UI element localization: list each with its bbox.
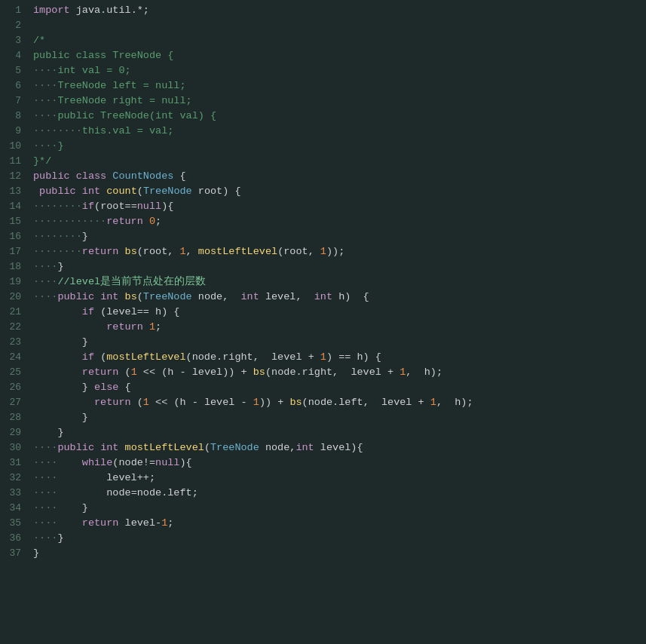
line-num-19: 19 xyxy=(6,274,21,290)
line-num-2: 2 xyxy=(6,18,21,33)
code-line-27: return (1 << (h - level - 1)) + bs(node.… xyxy=(33,395,640,410)
line-num-35: 35 xyxy=(6,516,21,531)
code-line-24: if (mostLeftLevel(node.right, level + 1)… xyxy=(33,350,640,365)
line-num-18: 18 xyxy=(6,259,21,274)
line-num-26: 26 xyxy=(6,380,21,395)
code-line-32: ···· level++; xyxy=(33,471,640,486)
line-num-17: 17 xyxy=(6,244,21,259)
code-line-37: } xyxy=(33,546,640,561)
line-num-22: 22 xyxy=(6,320,21,335)
code-line-28: } xyxy=(33,410,640,425)
code-line-36: ····} xyxy=(33,531,640,546)
code-line-34: ···· } xyxy=(33,501,640,516)
line-num-13: 13 xyxy=(6,184,21,199)
code-line-14: ········if(root==null){ xyxy=(33,199,640,214)
line-num-7: 7 xyxy=(6,94,21,109)
line-num-20: 20 xyxy=(6,290,21,305)
line-num-25: 25 xyxy=(6,365,21,380)
code-line-31: ···· while(node!=null){ xyxy=(33,455,640,471)
line-num-34: 34 xyxy=(6,501,21,516)
code-text[interactable]: import java.util.*; /* public class Tree… xyxy=(27,3,646,641)
code-line-1: import java.util.*; xyxy=(33,3,640,18)
line-num-36: 36 xyxy=(6,531,21,546)
code-line-8: ····public TreeNode(int val) { xyxy=(33,109,640,124)
code-line-23: } xyxy=(33,335,640,350)
code-line-20: ····public int bs(TreeNode node, int lev… xyxy=(33,290,640,305)
code-line-9: ········this.val = val; xyxy=(33,124,640,139)
line-numbers: 1 2 3 4 5 6 7 8 9 10 11 12 13 14 15 16 1… xyxy=(0,3,27,641)
line-num-24: 24 xyxy=(6,350,21,365)
line-num-31: 31 xyxy=(6,455,21,471)
line-num-27: 27 xyxy=(6,395,21,410)
line-num-37: 37 xyxy=(6,546,21,561)
code-line-18: ····} xyxy=(33,259,640,274)
code-line-26: } else { xyxy=(33,380,640,395)
line-num-3: 3 xyxy=(6,33,21,48)
code-line-11: }*/ xyxy=(33,154,640,169)
code-line-35: ···· return level-1; xyxy=(33,516,640,531)
code-line-30: ····public int mostLeftLevel(TreeNode no… xyxy=(33,440,640,455)
code-line-4: public class TreeNode { xyxy=(33,48,640,63)
line-num-33: 33 xyxy=(6,486,21,501)
line-num-28: 28 xyxy=(6,410,21,425)
code-line-21: if (level== h) { xyxy=(33,305,640,320)
code-line-22: return 1; xyxy=(33,320,640,335)
code-line-3: /* xyxy=(33,33,640,48)
line-num-29: 29 xyxy=(6,425,21,440)
code-line-6: ····TreeNode left = null; xyxy=(33,78,640,94)
line-num-16: 16 xyxy=(6,229,21,244)
code-line-19: ····//level是当前节点处在的层数 xyxy=(33,274,640,290)
line-num-11: 11 xyxy=(6,154,21,169)
code-line-12: public class CountNodes { xyxy=(33,169,640,184)
code-line-17: ········return bs(root, 1, mostLeftLevel… xyxy=(33,244,640,259)
code-line-33: ···· node=node.left; xyxy=(33,486,640,501)
code-line-29: } xyxy=(33,425,640,440)
line-num-4: 4 xyxy=(6,48,21,63)
code-line-25: return (1 << (h - level)) + bs(node.righ… xyxy=(33,365,640,380)
code-line-5: ····int val = 0; xyxy=(33,63,640,78)
code-line-7: ····TreeNode right = null; xyxy=(33,94,640,109)
code-line-16: ········} xyxy=(33,229,640,244)
line-num-8: 8 xyxy=(6,109,21,124)
code-line-10: ····} xyxy=(33,139,640,154)
line-num-1: 1 xyxy=(6,3,21,18)
code-line-2 xyxy=(33,18,640,33)
line-num-5: 5 xyxy=(6,63,21,78)
code-line-13: public int count(TreeNode root) { xyxy=(33,184,640,199)
line-num-14: 14 xyxy=(6,199,21,214)
line-num-9: 9 xyxy=(6,124,21,139)
line-num-12: 12 xyxy=(6,169,21,184)
line-num-10: 10 xyxy=(6,139,21,154)
line-num-21: 21 xyxy=(6,305,21,320)
line-num-15: 15 xyxy=(6,214,21,229)
line-num-30: 30 xyxy=(6,440,21,455)
line-num-6: 6 xyxy=(6,78,21,94)
line-num-23: 23 xyxy=(6,335,21,350)
code-line-15: ············return 0; xyxy=(33,214,640,229)
line-num-32: 32 xyxy=(6,471,21,486)
code-editor: 1 2 3 4 5 6 7 8 9 10 11 12 13 14 15 16 1… xyxy=(0,0,646,644)
